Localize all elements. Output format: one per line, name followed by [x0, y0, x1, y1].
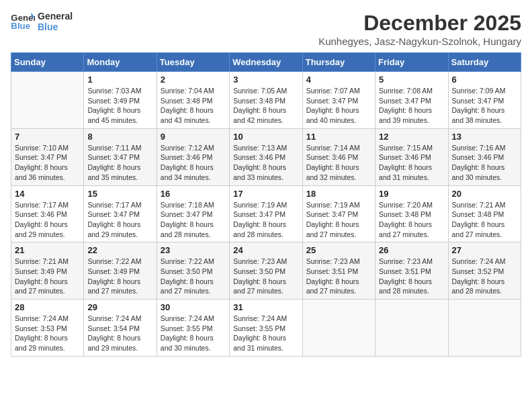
day-info: Sunrise: 7:17 AMSunset: 3:46 PMDaylight:… [15, 200, 80, 240]
day-info: Sunrise: 7:21 AMSunset: 3:49 PMDaylight:… [15, 257, 80, 296]
calendar-cell: 28Sunrise: 7:24 AMSunset: 3:53 PMDayligh… [11, 300, 84, 357]
day-info: Sunrise: 7:09 AMSunset: 3:47 PMDaylight:… [452, 86, 517, 126]
day-info: Sunrise: 7:24 AMSunset: 3:54 PMDaylight:… [87, 314, 152, 353]
day-number: 18 [306, 189, 371, 199]
weekday-header-wednesday: Wednesday [230, 53, 302, 72]
calendar-cell: 2Sunrise: 7:04 AMSunset: 3:48 PMDaylight… [157, 72, 229, 129]
calendar-cell: 25Sunrise: 7:23 AMSunset: 3:51 PMDayligh… [302, 242, 375, 300]
day-info: Sunrise: 7:12 AMSunset: 3:46 PMDaylight:… [161, 143, 226, 183]
page-header: General Blue General Blue December 2025 … [11, 11, 521, 47]
calendar-cell: 24Sunrise: 7:23 AMSunset: 3:50 PMDayligh… [230, 242, 302, 300]
calendar-cell: 27Sunrise: 7:24 AMSunset: 3:52 PMDayligh… [448, 242, 521, 300]
day-number: 14 [15, 189, 80, 199]
weekday-header-tuesday: Tuesday [157, 53, 229, 72]
day-info: Sunrise: 7:23 AMSunset: 3:51 PMDaylight:… [306, 257, 371, 296]
day-info: Sunrise: 7:14 AMSunset: 3:46 PMDaylight:… [306, 143, 371, 183]
day-number: 19 [379, 189, 444, 199]
weekday-header-sunday: Sunday [11, 53, 84, 72]
calendar-cell: 8Sunrise: 7:11 AMSunset: 3:47 PMDaylight… [84, 128, 157, 185]
day-number: 6 [452, 75, 517, 85]
calendar-cell: 22Sunrise: 7:22 AMSunset: 3:49 PMDayligh… [84, 242, 157, 300]
day-number: 26 [379, 245, 444, 255]
calendar-cell: 30Sunrise: 7:24 AMSunset: 3:55 PMDayligh… [157, 300, 229, 357]
day-info: Sunrise: 7:18 AMSunset: 3:47 PMDaylight:… [161, 200, 226, 240]
day-number: 5 [379, 75, 444, 85]
calendar-table: SundayMondayTuesdayWednesdayThursdayFrid… [11, 52, 521, 357]
svg-text:Blue: Blue [11, 21, 30, 31]
day-number: 22 [87, 245, 152, 255]
calendar-cell: 6Sunrise: 7:09 AMSunset: 3:47 PMDaylight… [448, 72, 521, 129]
day-info: Sunrise: 7:13 AMSunset: 3:46 PMDaylight:… [233, 143, 298, 183]
calendar-cell: 20Sunrise: 7:21 AMSunset: 3:48 PMDayligh… [448, 185, 521, 242]
day-number: 17 [233, 189, 298, 199]
day-info: Sunrise: 7:04 AMSunset: 3:48 PMDaylight:… [161, 86, 226, 126]
day-number: 23 [161, 245, 226, 255]
logo: General Blue General Blue [11, 11, 73, 32]
day-info: Sunrise: 7:10 AMSunset: 3:47 PMDaylight:… [15, 143, 80, 183]
calendar-cell: 21Sunrise: 7:21 AMSunset: 3:49 PMDayligh… [11, 242, 84, 300]
calendar-cell: 15Sunrise: 7:17 AMSunset: 3:47 PMDayligh… [84, 185, 157, 242]
calendar-cell: 9Sunrise: 7:12 AMSunset: 3:46 PMDaylight… [157, 128, 229, 185]
calendar-cell: 12Sunrise: 7:15 AMSunset: 3:46 PMDayligh… [375, 128, 448, 185]
day-number: 15 [87, 189, 152, 199]
calendar-cell [448, 300, 521, 357]
calendar-cell: 23Sunrise: 7:22 AMSunset: 3:50 PMDayligh… [157, 242, 229, 300]
day-info: Sunrise: 7:20 AMSunset: 3:48 PMDaylight:… [379, 200, 444, 240]
day-info: Sunrise: 7:17 AMSunset: 3:47 PMDaylight:… [87, 200, 152, 240]
location-subtitle: Kunhegyes, Jasz-Nagykun-Szolnok, Hungary [318, 36, 521, 47]
month-year-title: December 2025 [318, 11, 521, 36]
calendar-cell: 13Sunrise: 7:16 AMSunset: 3:46 PMDayligh… [448, 128, 521, 185]
day-number: 27 [452, 245, 517, 255]
weekday-header-monday: Monday [84, 53, 157, 72]
calendar-body: 1Sunrise: 7:03 AMSunset: 3:49 PMDaylight… [11, 72, 521, 357]
calendar-cell [375, 300, 448, 357]
calendar-cell: 19Sunrise: 7:20 AMSunset: 3:48 PMDayligh… [375, 185, 448, 242]
day-info: Sunrise: 7:24 AMSunset: 3:55 PMDaylight:… [161, 314, 226, 353]
weekday-header-friday: Friday [375, 53, 448, 72]
calendar-cell: 17Sunrise: 7:19 AMSunset: 3:47 PMDayligh… [230, 185, 302, 242]
calendar-week-3: 14Sunrise: 7:17 AMSunset: 3:46 PMDayligh… [11, 185, 521, 242]
calendar-week-5: 28Sunrise: 7:24 AMSunset: 3:53 PMDayligh… [11, 300, 521, 357]
title-block: December 2025 Kunhegyes, Jasz-Nagykun-Sz… [318, 11, 521, 47]
day-info: Sunrise: 7:23 AMSunset: 3:51 PMDaylight:… [379, 257, 444, 296]
day-info: Sunrise: 7:03 AMSunset: 3:49 PMDaylight:… [87, 86, 152, 126]
day-info: Sunrise: 7:19 AMSunset: 3:47 PMDaylight:… [306, 200, 371, 240]
calendar-cell: 3Sunrise: 7:05 AMSunset: 3:48 PMDaylight… [230, 72, 302, 129]
day-number: 28 [15, 302, 80, 312]
calendar-cell: 18Sunrise: 7:19 AMSunset: 3:47 PMDayligh… [302, 185, 375, 242]
day-info: Sunrise: 7:11 AMSunset: 3:47 PMDaylight:… [87, 143, 152, 183]
calendar-cell: 11Sunrise: 7:14 AMSunset: 3:46 PMDayligh… [302, 128, 375, 185]
day-info: Sunrise: 7:24 AMSunset: 3:53 PMDaylight:… [15, 314, 80, 353]
day-info: Sunrise: 7:16 AMSunset: 3:46 PMDaylight:… [452, 143, 517, 183]
calendar-cell: 7Sunrise: 7:10 AMSunset: 3:47 PMDaylight… [11, 128, 84, 185]
day-number: 31 [233, 302, 298, 312]
calendar-cell: 29Sunrise: 7:24 AMSunset: 3:54 PMDayligh… [84, 300, 157, 357]
day-info: Sunrise: 7:15 AMSunset: 3:46 PMDaylight:… [379, 143, 444, 183]
day-number: 16 [161, 189, 226, 199]
day-info: Sunrise: 7:21 AMSunset: 3:48 PMDaylight:… [452, 200, 517, 240]
day-number: 7 [15, 132, 80, 142]
day-number: 29 [87, 302, 152, 312]
logo-line1: General [38, 11, 73, 21]
calendar-cell [11, 72, 84, 129]
day-number: 1 [87, 75, 152, 85]
calendar-week-2: 7Sunrise: 7:10 AMSunset: 3:47 PMDaylight… [11, 128, 521, 185]
day-number: 4 [306, 75, 371, 85]
logo-icon: General Blue [11, 11, 35, 32]
day-number: 24 [233, 245, 298, 255]
day-number: 11 [306, 132, 371, 142]
calendar-cell: 14Sunrise: 7:17 AMSunset: 3:46 PMDayligh… [11, 185, 84, 242]
day-info: Sunrise: 7:22 AMSunset: 3:49 PMDaylight:… [87, 257, 152, 296]
day-info: Sunrise: 7:22 AMSunset: 3:50 PMDaylight:… [161, 257, 226, 296]
day-number: 13 [452, 132, 517, 142]
weekday-header-thursday: Thursday [302, 53, 375, 72]
calendar-week-4: 21Sunrise: 7:21 AMSunset: 3:49 PMDayligh… [11, 242, 521, 300]
day-info: Sunrise: 7:24 AMSunset: 3:55 PMDaylight:… [233, 314, 298, 353]
calendar-cell: 1Sunrise: 7:03 AMSunset: 3:49 PMDaylight… [84, 72, 157, 129]
day-info: Sunrise: 7:23 AMSunset: 3:50 PMDaylight:… [233, 257, 298, 296]
logo-line2: Blue [38, 21, 73, 32]
calendar-week-1: 1Sunrise: 7:03 AMSunset: 3:49 PMDaylight… [11, 72, 521, 129]
day-info: Sunrise: 7:07 AMSunset: 3:47 PMDaylight:… [306, 86, 371, 126]
day-number: 20 [452, 189, 517, 199]
day-number: 30 [161, 302, 226, 312]
